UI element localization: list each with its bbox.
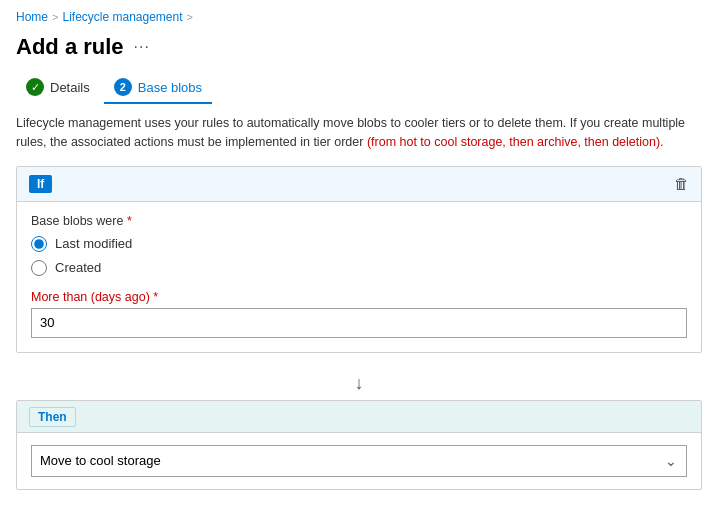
breadcrumb-lifecycle[interactable]: Lifecycle management	[62, 10, 182, 24]
tab-base-blobs[interactable]: 2 Base blobs	[104, 72, 212, 104]
tab-base-blobs-num-icon: 2	[114, 78, 132, 96]
then-action-container: Move to cool storage Move to archive sto…	[17, 433, 701, 489]
radio-created[interactable]: Created	[31, 260, 687, 276]
then-section-header: Then	[17, 401, 701, 433]
required-marker-2: *	[153, 290, 158, 304]
if-label: If	[29, 175, 52, 193]
required-marker-1: *	[127, 214, 132, 228]
base-blobs-label-text: Base blobs were	[31, 214, 123, 228]
radio-created-label: Created	[55, 260, 101, 275]
then-action-select[interactable]: Move to cool storage Move to archive sto…	[31, 445, 687, 477]
radio-group: Last modified Created	[31, 236, 687, 276]
arrow-separator: ↓	[0, 367, 718, 400]
breadcrumb-sep-1: >	[52, 11, 58, 23]
base-blobs-field-label: Base blobs were *	[31, 214, 687, 228]
radio-last-modified-input[interactable]	[31, 236, 47, 252]
tab-details-check-icon: ✓	[26, 78, 44, 96]
radio-last-modified-label: Last modified	[55, 236, 132, 251]
then-section-card: Then Move to cool storage Move to archiv…	[16, 400, 702, 490]
page-header: Add a rule ···	[0, 30, 718, 72]
description: Lifecycle management uses your rules to …	[0, 114, 718, 166]
delete-rule-icon[interactable]: 🗑	[674, 175, 689, 192]
breadcrumb-sep-2: >	[187, 11, 193, 23]
if-section-card: If 🗑 Base blobs were * Last modified Cre…	[16, 166, 702, 353]
more-options-icon[interactable]: ···	[134, 38, 150, 56]
days-input-label: More than (days ago) *	[31, 290, 687, 304]
page-title: Add a rule	[16, 34, 124, 60]
if-section-body: Base blobs were * Last modified Created …	[17, 202, 701, 352]
tab-base-blobs-label: Base blobs	[138, 80, 202, 95]
tab-details[interactable]: ✓ Details	[16, 72, 100, 104]
days-input[interactable]	[31, 308, 687, 338]
days-label-text: More than (days ago)	[31, 290, 150, 304]
tab-details-label: Details	[50, 80, 90, 95]
tabs: ✓ Details 2 Base blobs	[0, 72, 718, 104]
down-arrow-icon: ↓	[355, 373, 364, 394]
if-section-header: If 🗑	[17, 167, 701, 202]
breadcrumb: Home > Lifecycle management >	[0, 0, 718, 30]
radio-created-input[interactable]	[31, 260, 47, 276]
breadcrumb-home[interactable]: Home	[16, 10, 48, 24]
radio-last-modified[interactable]: Last modified	[31, 236, 687, 252]
then-label: Then	[29, 407, 76, 427]
description-text-highlight: (from hot to cool storage, then archive,…	[367, 135, 664, 149]
